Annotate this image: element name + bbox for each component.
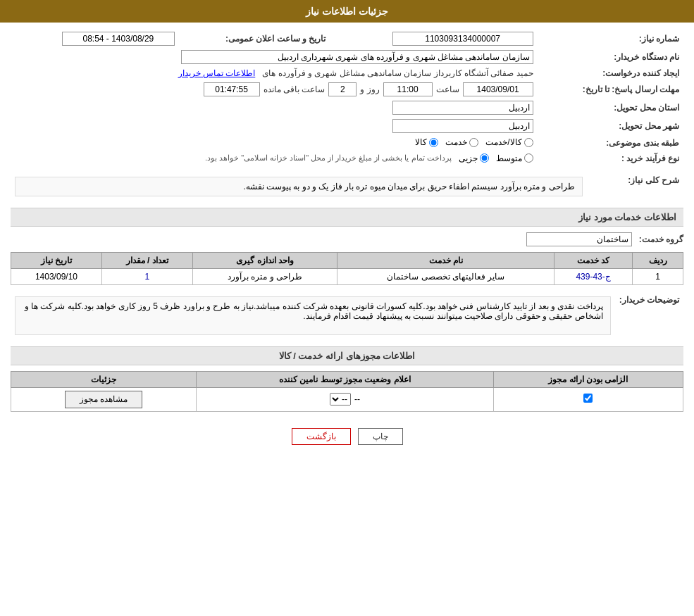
- category-kala[interactable]: کالا: [415, 137, 438, 147]
- creator-label: ایجاد کننده درخواست:: [538, 66, 683, 80]
- permit-row: -- -- مشاهده مجوز: [11, 387, 683, 411]
- need-desc-text: طراحی و متره برآورد سیستم اطفاء حریق برا…: [243, 182, 574, 191]
- row-num: 1: [633, 268, 683, 284]
- announce-datetime-label: تاریخ و ساعت اعلان عمومی:: [179, 30, 330, 48]
- buyer-org-value: سازمان ساماندهی مشاغل شهری و فرآورده های…: [11, 48, 538, 66]
- table-row: 1 ج-43-439 سایر فعالیتهای تخصصی ساختمان …: [11, 268, 683, 284]
- process-motavasset-radio[interactable]: [524, 153, 533, 163]
- process-jozi-label: جزیی: [459, 153, 478, 163]
- view-permit-button[interactable]: مشاهده مجوز: [65, 391, 142, 408]
- permit-col-details: جزئیات: [11, 371, 197, 387]
- permit-col-mandatory: الزامی بودن ارائه مجوز: [493, 371, 683, 387]
- deadline-time-field: 11:00: [383, 82, 433, 96]
- need-desc-label: شرح کلی نیاز:: [587, 171, 683, 202]
- permit-col-status: اعلام وضعیت مجوز توسط نامین کننده: [197, 371, 494, 387]
- category-kala-khedmat-label: کالا/خدمت: [485, 137, 521, 147]
- back-button[interactable]: بازگشت: [292, 428, 351, 445]
- creator-value: حمید صفائی آتشگاه کاربرداز سازمان ساماند…: [262, 68, 533, 78]
- col-date: تاریخ نیاز: [11, 252, 102, 268]
- row-code: ج-43-439: [554, 268, 633, 284]
- deadline-remaining-label: ساعت باقی مانده: [264, 84, 326, 94]
- page-wrapper: جزئیات اطلاعات نیاز شماره نیاز: 11030931…: [0, 0, 694, 616]
- bottom-buttons: چاپ بازگشت: [11, 417, 683, 455]
- city-label: شهر محل تحویل:: [538, 117, 683, 135]
- deadline-row: 1403/09/01 ساعت 11:00 روز و 2 ساعت باقی …: [15, 82, 533, 96]
- permit-mandatory-checkbox[interactable]: [583, 394, 593, 403]
- info-table: شماره نیاز: 1103093134000007 تاریخ و ساع…: [11, 30, 683, 165]
- deadline-day-label: روز و: [360, 84, 379, 94]
- service-group-label: گروه خدمت:: [639, 234, 683, 244]
- permit-table: الزامی بودن ارائه مجوز اعلام وضعیت مجوز …: [11, 371, 683, 412]
- row-name: سایر فعالیتهای تخصصی ساختمان: [337, 268, 554, 284]
- need-number-field: 1103093134000007: [392, 32, 533, 46]
- process-jozi-radio[interactable]: [480, 153, 489, 163]
- creator-contact-link[interactable]: اطلاعات تماس خریدار: [178, 68, 256, 78]
- row-qty: 1: [101, 268, 192, 284]
- buyer-notes-label: توضیحات خریدار:: [615, 291, 683, 341]
- deadline-date-field: 1403/09/01: [463, 82, 533, 96]
- permit-status-select[interactable]: --: [330, 393, 351, 406]
- need-desc-table: شرح کلی نیاز: طراحی و متره برآورد سیستم …: [11, 171, 683, 202]
- announce-datetime-value: 1403/08/29 - 08:54: [11, 30, 179, 48]
- row-date: 1403/09/10: [11, 268, 102, 284]
- buyer-org-field: سازمان ساماندهی مشاغل شهری و فرآورده های…: [181, 50, 533, 64]
- services-section-title: اطلاعات خدمات مورد نیاز: [11, 208, 683, 227]
- process-motavasset[interactable]: متوسط: [496, 153, 533, 163]
- permits-section-label: اطلاعات مجوزهای ارائه خدمت / کالا: [11, 346, 683, 365]
- col-row: ردیف: [633, 252, 683, 268]
- col-qty: تعداد / مقدار: [101, 252, 192, 268]
- main-content: شماره نیاز: 1103093134000007 تاریخ و ساع…: [0, 23, 694, 463]
- process-motavasset-label: متوسط: [496, 153, 522, 163]
- permit-details[interactable]: مشاهده مجوز: [11, 387, 197, 411]
- need-number-value: 1103093134000007: [330, 30, 537, 48]
- category-kala-radio[interactable]: [429, 138, 438, 147]
- category-radio-group: کالا/خدمت خدمت کالا: [415, 137, 533, 147]
- service-group-row: گروه خدمت: ساختمان: [11, 232, 683, 246]
- category-kala-khedmat-radio[interactable]: [524, 138, 533, 147]
- buyer-notes-table: توضیحات خریدار: پرداخت نقدی و بعد از تای…: [11, 291, 683, 341]
- need-desc-box: طراحی و متره برآورد سیستم اطفاء حریق برا…: [15, 177, 583, 196]
- buyer-notes-text: پرداخت نقدی و بعد از تایید کارشناس فنی خ…: [25, 301, 603, 321]
- category-kala-khedmat[interactable]: کالا/خدمت: [485, 137, 533, 147]
- category-khedmat-radio[interactable]: [469, 138, 478, 147]
- category-label: طبقه بندی موضوعی:: [538, 135, 683, 151]
- category-kala-label: کالا: [415, 137, 427, 147]
- province-label: استان محل تحویل:: [538, 99, 683, 117]
- page-title: جزئیات اطلاعات نیاز: [306, 6, 388, 17]
- permit-status-cell[interactable]: -- --: [197, 387, 494, 411]
- deadline-time-label: ساعت: [436, 84, 459, 94]
- process-note: پرداخت تمام یا بخشی از مبلغ خریدار از مح…: [205, 153, 452, 163]
- category-khedmat-label: خدمت: [445, 137, 467, 147]
- col-code: کد خدمت: [554, 252, 633, 268]
- permit-mandatory: [493, 387, 683, 411]
- deadline-remaining-field: 01:47:55: [204, 82, 260, 96]
- services-table: ردیف کد خدمت نام خدمت واحد اندازه گیری ت…: [11, 252, 683, 285]
- row-unit: طراحی و متره برآورد: [192, 268, 337, 284]
- category-khedmat[interactable]: خدمت: [445, 137, 478, 147]
- print-button[interactable]: چاپ: [358, 428, 403, 445]
- process-label: نوع فرآیند خرید :: [538, 151, 683, 165]
- announce-datetime-field: 1403/08/29 - 08:54: [62, 32, 175, 46]
- deadline-days-field: 2: [328, 82, 357, 96]
- col-unit: واحد اندازه گیری: [192, 252, 337, 268]
- creator-value-cell: حمید صفائی آتشگاه کاربرداز سازمان ساماند…: [11, 66, 538, 80]
- province-field: اردبیل: [392, 101, 533, 115]
- need-number-label: شماره نیاز:: [538, 30, 683, 48]
- deadline-label: مهلت ارسال پاسخ: تا تاریخ:: [538, 80, 683, 99]
- process-jozi[interactable]: جزیی: [459, 153, 489, 163]
- city-field: اردبیل: [392, 119, 533, 133]
- buyer-notes-box: پرداخت نقدی و بعد از تایید کارشناس فنی خ…: [15, 296, 611, 335]
- service-group-field: ساختمان: [526, 232, 632, 246]
- col-name: نام خدمت: [337, 252, 554, 268]
- buyer-org-label: نام دستگاه خریدار:: [538, 48, 683, 66]
- page-header: جزئیات اطلاعات نیاز: [0, 0, 694, 23]
